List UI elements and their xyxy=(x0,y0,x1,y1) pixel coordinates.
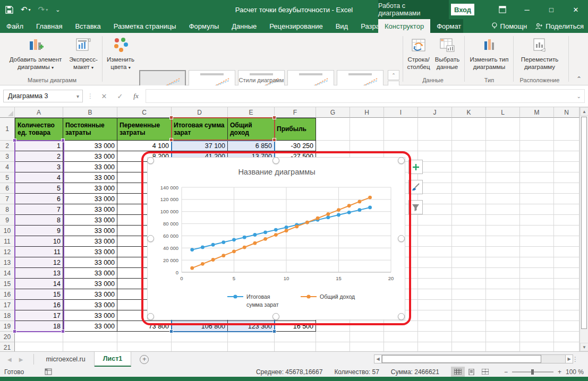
cell-F2[interactable]: -30 250 xyxy=(275,141,316,151)
cell-M4[interactable] xyxy=(520,162,554,172)
zoom-slider[interactable] xyxy=(512,371,553,373)
cell-B14[interactable]: 33 000 xyxy=(63,268,117,279)
zoom-in-icon[interactable]: + xyxy=(558,368,561,376)
cell-B10[interactable]: 33 000 xyxy=(63,226,117,236)
cell-L2[interactable] xyxy=(486,141,520,151)
cell-K20[interactable] xyxy=(452,332,486,342)
column-header-K[interactable]: K xyxy=(452,107,486,118)
cell-N19[interactable] xyxy=(554,321,580,332)
cell-C2[interactable]: 4 100 xyxy=(117,141,172,151)
row-header-15[interactable]: 15 xyxy=(0,279,15,289)
cell-A17[interactable]: 16 xyxy=(15,300,63,310)
cell-N16[interactable] xyxy=(554,289,580,300)
cell-K12[interactable] xyxy=(452,247,486,257)
cell-M6[interactable] xyxy=(520,183,554,194)
tab-Главная[interactable]: Главная xyxy=(30,19,69,33)
cell-F20[interactable] xyxy=(275,332,316,342)
cell-A16[interactable]: 15 xyxy=(15,289,63,300)
cell-C19[interactable]: 73 800 xyxy=(117,321,172,332)
name-box[interactable]: Диаграмма 3▾ xyxy=(3,90,83,102)
cell-B9[interactable]: 33 000 xyxy=(63,215,117,226)
cell-M18[interactable] xyxy=(520,310,554,321)
cell-M21[interactable] xyxy=(520,342,554,351)
cell-N13[interactable] xyxy=(554,257,580,268)
cell-B2[interactable]: 33 000 xyxy=(63,141,117,151)
cell-K21[interactable] xyxy=(452,342,486,351)
cell-B7[interactable]: 33 000 xyxy=(63,194,117,204)
cell-B18[interactable]: 33 000 xyxy=(63,310,117,321)
cell-B11[interactable]: 33 000 xyxy=(63,236,117,247)
cell-J6[interactable] xyxy=(418,183,452,194)
cell-L21[interactable] xyxy=(486,342,520,351)
cell-K5[interactable] xyxy=(452,172,486,183)
cell-M1[interactable] xyxy=(520,118,554,141)
cell-N2[interactable] xyxy=(554,141,580,151)
cell-A12[interactable]: 11 xyxy=(15,247,63,257)
cell-I21[interactable] xyxy=(384,342,418,351)
cell-M16[interactable] xyxy=(520,289,554,300)
cell-K16[interactable] xyxy=(452,289,486,300)
add-chart-element-button[interactable]: Добавить элемент диаграммы ▾ xyxy=(4,36,67,71)
cell-J5[interactable] xyxy=(418,172,452,183)
sheet-tab-microexcel.ru[interactable]: microexcel.ru xyxy=(37,352,94,367)
undo-icon[interactable]: ↶▾ xyxy=(21,5,31,14)
cell-K11[interactable] xyxy=(452,236,486,247)
cell-D1[interactable]: Итоговая сумма зарат xyxy=(172,118,228,141)
cell-A6[interactable]: 5 xyxy=(15,183,63,194)
scroll-left-icon[interactable]: ◀ xyxy=(374,354,382,363)
row-header-4[interactable]: 4 xyxy=(0,162,15,172)
cell-N11[interactable] xyxy=(554,236,580,247)
cell-E20[interactable] xyxy=(228,332,275,342)
cell-J15[interactable] xyxy=(418,279,452,289)
chart-styles-button[interactable] xyxy=(408,180,423,194)
cell-N12[interactable] xyxy=(554,247,580,257)
cell-H1[interactable] xyxy=(350,118,384,141)
cell-J14[interactable] xyxy=(418,268,452,279)
close-button[interactable]: ✕ xyxy=(564,0,588,19)
cell-M8[interactable] xyxy=(520,204,554,215)
cell-B15[interactable]: 33 000 xyxy=(63,279,117,289)
row-column-button[interactable]: Строка/ столбец xyxy=(405,36,432,71)
select-data-button[interactable]: Выбрать данные xyxy=(432,36,462,71)
cell-M14[interactable] xyxy=(520,268,554,279)
row-header-1[interactable]: 1 xyxy=(0,118,15,141)
row-header-12[interactable]: 12 xyxy=(0,247,15,257)
tab-Разметка страницы[interactable]: Разметка страницы xyxy=(107,19,183,33)
column-header-H[interactable]: H xyxy=(350,107,384,118)
cell-J10[interactable] xyxy=(418,226,452,236)
save-icon[interactable] xyxy=(5,6,13,14)
cell-K17[interactable] xyxy=(452,300,486,310)
gallery-up-icon[interactable]: ⌃ xyxy=(388,70,399,80)
normal-view-icon[interactable] xyxy=(451,367,465,377)
column-header-E[interactable]: E xyxy=(228,107,275,118)
column-header-D[interactable]: D xyxy=(172,107,228,118)
cell-K13[interactable] xyxy=(452,257,486,268)
cell-F21[interactable] xyxy=(275,342,316,351)
cell-N7[interactable] xyxy=(554,194,580,204)
tab-Вставка[interactable]: Вставка xyxy=(69,19,107,33)
cell-K10[interactable] xyxy=(452,226,486,236)
cell-B19[interactable]: 33 000 xyxy=(63,321,117,332)
cell-I2[interactable] xyxy=(384,141,418,151)
cell-E2[interactable]: 6 850 xyxy=(228,141,275,151)
page-layout-view-icon[interactable] xyxy=(465,367,479,377)
row-header-16[interactable]: 16 xyxy=(0,289,15,300)
cell-N4[interactable] xyxy=(554,162,580,172)
cell-L19[interactable] xyxy=(486,321,520,332)
cell-N8[interactable] xyxy=(554,204,580,215)
cell-J3[interactable] xyxy=(418,151,452,162)
cell-M20[interactable] xyxy=(520,332,554,342)
cancel-formula-icon[interactable]: ✕ xyxy=(98,90,110,102)
cell-J13[interactable] xyxy=(418,257,452,268)
cell-J20[interactable] xyxy=(418,332,452,342)
row-header-13[interactable]: 13 xyxy=(0,257,15,268)
column-header-J[interactable]: J xyxy=(418,107,452,118)
sign-in-button[interactable]: Вход xyxy=(451,4,474,15)
cell-M10[interactable] xyxy=(520,226,554,236)
column-header-B[interactable]: B xyxy=(63,107,117,118)
cell-D19[interactable]: 106 800 xyxy=(172,321,228,332)
row-header-20[interactable]: 20 xyxy=(0,332,15,342)
cell-C1[interactable]: Переменные затраты xyxy=(117,118,172,141)
cell-K4[interactable] xyxy=(452,162,486,172)
help-menu-item[interactable]: Помощн xyxy=(491,22,527,30)
